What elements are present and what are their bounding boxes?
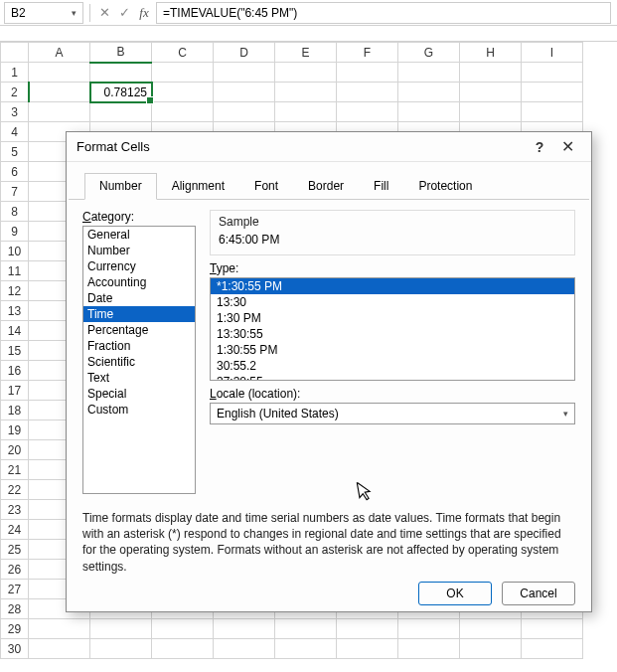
row-header[interactable]: 30 xyxy=(1,639,29,659)
row-header[interactable]: 3 xyxy=(1,102,29,122)
row-header[interactable]: 27 xyxy=(1,580,29,599)
type-item[interactable]: 13:30 xyxy=(211,294,574,310)
column-header[interactable]: A xyxy=(29,43,90,63)
tab-fill[interactable]: Fill xyxy=(359,173,403,200)
tab-number[interactable]: Number xyxy=(84,173,157,200)
row-header[interactable]: 7 xyxy=(1,182,29,202)
cell[interactable] xyxy=(275,102,337,122)
cell[interactable] xyxy=(337,619,398,639)
cell[interactable] xyxy=(152,102,214,122)
cell[interactable] xyxy=(522,83,583,102)
cell[interactable] xyxy=(460,619,522,639)
row-header[interactable]: 19 xyxy=(1,420,29,440)
cell[interactable] xyxy=(214,83,275,102)
cell[interactable] xyxy=(398,83,460,102)
tab-border[interactable]: Border xyxy=(293,173,359,200)
category-item[interactable]: Currency xyxy=(83,258,195,274)
row-header[interactable]: 24 xyxy=(1,520,29,540)
type-item[interactable]: 13:30:55 xyxy=(211,326,574,342)
row-header[interactable]: 18 xyxy=(1,401,29,420)
cell[interactable] xyxy=(398,639,460,659)
row-header[interactable]: 21 xyxy=(1,460,29,480)
cell[interactable] xyxy=(337,639,398,659)
cell[interactable] xyxy=(90,619,152,639)
enter-icon[interactable]: ✓ xyxy=(116,5,132,20)
row-header[interactable]: 13 xyxy=(1,301,29,321)
cancel-icon[interactable]: ✕ xyxy=(96,5,112,20)
cell[interactable] xyxy=(29,102,90,122)
row-header[interactable]: 5 xyxy=(1,142,29,162)
tab-protection[interactable]: Protection xyxy=(403,173,487,200)
column-header[interactable]: I xyxy=(522,43,583,63)
row-header[interactable]: 2 xyxy=(1,83,29,102)
row-header[interactable]: 16 xyxy=(1,361,29,381)
category-item[interactable]: Number xyxy=(83,243,195,258)
category-item[interactable]: Custom xyxy=(83,402,195,418)
category-item[interactable]: General xyxy=(83,227,195,243)
cell[interactable] xyxy=(29,619,90,639)
cell[interactable] xyxy=(460,639,522,659)
column-header[interactable]: C xyxy=(152,43,214,63)
row-header[interactable]: 23 xyxy=(1,500,29,520)
category-list[interactable]: GeneralNumberCurrencyAccountingDateTimeP… xyxy=(82,226,196,494)
row-header[interactable]: 8 xyxy=(1,202,29,222)
formula-input[interactable]: =TIMEVALUE("6:45 PM") xyxy=(156,2,611,24)
cell[interactable] xyxy=(152,63,214,83)
type-item[interactable]: 1:30:55 PM xyxy=(211,342,574,358)
cell[interactable] xyxy=(90,63,152,83)
cell[interactable] xyxy=(275,639,337,659)
row-header[interactable]: 26 xyxy=(1,560,29,580)
type-item[interactable]: 37:30:55 xyxy=(211,374,574,381)
cancel-button[interactable]: Cancel xyxy=(502,582,575,605)
cell[interactable] xyxy=(460,83,522,102)
help-icon[interactable]: ? xyxy=(526,139,553,155)
row-header[interactable]: 22 xyxy=(1,480,29,500)
category-item[interactable]: Percentage xyxy=(83,322,195,338)
column-header[interactable]: B xyxy=(90,43,152,63)
name-box[interactable]: B2 ▾ xyxy=(4,2,83,24)
cell[interactable]: 0.78125 xyxy=(90,83,152,102)
fx-icon[interactable]: fx xyxy=(136,5,152,21)
tab-alignment[interactable]: Alignment xyxy=(157,173,239,200)
category-item[interactable]: Time xyxy=(83,306,195,322)
type-item[interactable]: 30:55.2 xyxy=(211,358,574,374)
type-list[interactable]: *1:30:55 PM13:301:30 PM13:30:551:30:55 P… xyxy=(210,277,575,381)
column-header[interactable]: D xyxy=(214,43,275,63)
cell[interactable] xyxy=(337,83,398,102)
cell[interactable] xyxy=(214,639,275,659)
cell[interactable] xyxy=(29,83,90,102)
cell[interactable] xyxy=(90,639,152,659)
row-header[interactable]: 28 xyxy=(1,599,29,619)
column-header[interactable]: G xyxy=(398,43,460,63)
cell[interactable] xyxy=(152,619,214,639)
category-item[interactable]: Special xyxy=(83,386,195,402)
row-header[interactable]: 10 xyxy=(1,242,29,261)
cell[interactable] xyxy=(214,63,275,83)
ok-button[interactable]: OK xyxy=(418,582,492,605)
row-header[interactable]: 12 xyxy=(1,281,29,301)
cell[interactable] xyxy=(275,83,337,102)
cell[interactable] xyxy=(29,63,90,83)
cell[interactable] xyxy=(522,63,583,83)
cell[interactable] xyxy=(337,102,398,122)
close-icon[interactable]: ✕ xyxy=(553,137,581,156)
column-header[interactable]: F xyxy=(337,43,398,63)
row-header[interactable]: 14 xyxy=(1,321,29,341)
cell[interactable] xyxy=(152,639,214,659)
cell[interactable] xyxy=(214,619,275,639)
column-header[interactable]: H xyxy=(460,43,522,63)
row-header[interactable]: 4 xyxy=(1,122,29,142)
cell[interactable] xyxy=(152,83,214,102)
category-item[interactable]: Text xyxy=(83,370,195,386)
dialog-titlebar[interactable]: Format Cells ? ✕ xyxy=(67,132,591,162)
cell[interactable] xyxy=(214,102,275,122)
row-header[interactable]: 17 xyxy=(1,381,29,401)
type-item[interactable]: 1:30 PM xyxy=(211,310,574,326)
cell[interactable] xyxy=(90,102,152,122)
cell[interactable] xyxy=(398,619,460,639)
row-header[interactable]: 6 xyxy=(1,162,29,182)
cell[interactable] xyxy=(522,639,583,659)
row-header[interactable]: 9 xyxy=(1,222,29,242)
select-all-corner[interactable] xyxy=(1,43,29,63)
row-header[interactable]: 1 xyxy=(1,63,29,83)
